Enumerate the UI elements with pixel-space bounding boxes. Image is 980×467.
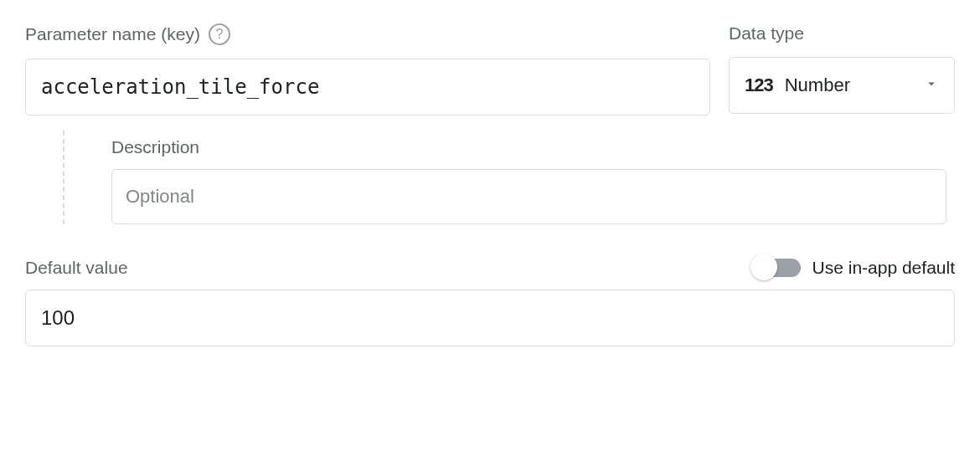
- data-type-selected: Number: [785, 74, 912, 96]
- default-value-label: Default value: [25, 258, 128, 278]
- description-input[interactable]: [111, 169, 946, 224]
- default-value-input[interactable]: [25, 290, 955, 346]
- parameter-name-input[interactable]: [25, 59, 710, 115]
- toggle-knob: [750, 254, 777, 280]
- use-in-app-default-toggle[interactable]: [754, 259, 801, 277]
- use-in-app-default-label: Use in-app default: [812, 258, 955, 278]
- help-icon[interactable]: ?: [209, 23, 230, 45]
- chevron-down-icon: [924, 76, 939, 95]
- number-icon: 123: [745, 74, 773, 96]
- parameter-name-label: Parameter name (key): [25, 24, 200, 44]
- data-type-select[interactable]: 123 Number: [729, 57, 955, 114]
- description-label: Description: [111, 137, 946, 157]
- data-type-label: Data type: [729, 23, 804, 44]
- tree-guide-line: [63, 131, 64, 224]
